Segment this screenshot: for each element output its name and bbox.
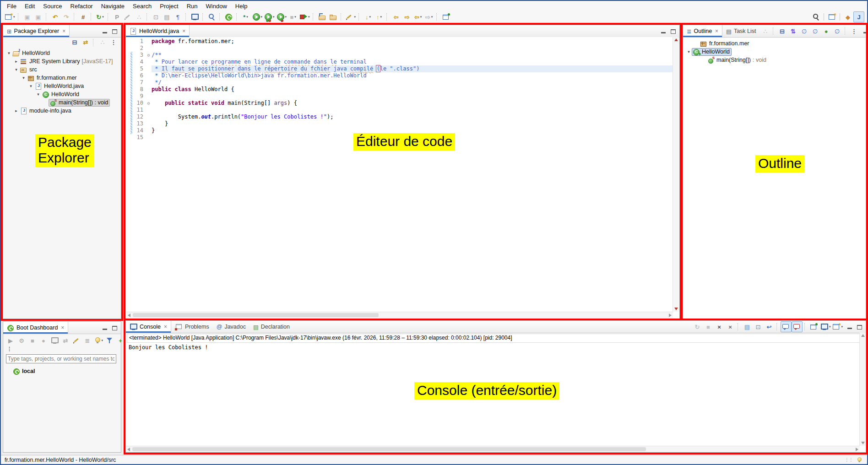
tab-console[interactable]: Console× — [126, 321, 171, 333]
boot-search-input[interactable] — [6, 354, 116, 363]
hide-local-types-icon[interactable]: ∅ — [832, 26, 843, 37]
fold-minus-icon[interactable]: ⊖ — [146, 100, 152, 107]
menu-window[interactable]: Window — [202, 2, 231, 11]
open-console-icon[interactable]: ▾ — [831, 321, 844, 332]
code-line[interactable]: 7 */ — [126, 79, 673, 86]
coverage-dots-icon[interactable]: ∴ — [134, 11, 145, 22]
tree-item[interactable]: fr.formation.mer — [683, 39, 866, 48]
expander-icon[interactable]: ▾ — [28, 84, 34, 88]
minimize-icon[interactable] — [103, 325, 108, 331]
scrollbar-thumb[interactable] — [133, 313, 379, 317]
scroll-up-icon[interactable] — [674, 38, 678, 41]
save-all-icon[interactable]: ▣ — [33, 11, 44, 22]
back-icon[interactable]: ⇦▾ — [412, 11, 423, 22]
expander-icon[interactable]: ▸ — [13, 108, 19, 113]
clear-console-icon[interactable]: ▤ — [742, 321, 753, 332]
scroll-left-icon[interactable] — [128, 314, 130, 317]
redo-icon[interactable]: ↷ — [61, 11, 72, 22]
filter-icon[interactable] — [104, 335, 115, 346]
open-file-icon[interactable] — [328, 11, 339, 22]
menu-source[interactable]: Source — [39, 2, 66, 11]
code-line[interactable]: 6 * D:\mer-Eclipse\HelloWorld\bin>java f… — [126, 72, 673, 79]
show-stderr-icon[interactable] — [792, 321, 803, 332]
view-menu-icon[interactable]: ⋮ — [849, 26, 860, 37]
spring-perspective-icon[interactable]: ◆ — [842, 11, 853, 22]
scroll-left-icon[interactable] — [127, 448, 130, 451]
dropdown-arrow-icon[interactable]: ▾ — [294, 15, 296, 19]
word-wrap-icon[interactable]: ↩ — [764, 321, 775, 332]
relaunch-icon[interactable]: ↻ — [692, 321, 703, 332]
close-icon[interactable]: × — [164, 324, 167, 330]
dropdown-arrow-icon[interactable]: ▾ — [354, 15, 356, 19]
tree-item[interactable]: ▾HelloWorld — [683, 48, 866, 56]
tab-declaration[interactable]: ▤Declaration — [250, 321, 293, 333]
properties-view-icon[interactable]: ▤ — [162, 11, 173, 22]
start-debug-icon[interactable]: ⚙ — [16, 335, 27, 346]
code-line[interactable]: 13 } — [126, 120, 673, 127]
expander-icon[interactable]: ▾ — [6, 51, 12, 55]
expander-icon[interactable]: ▾ — [13, 67, 19, 72]
dropdown-arrow-icon[interactable]: ▾ — [101, 339, 103, 342]
expander-icon[interactable]: ▸ — [13, 59, 19, 64]
minimize-icon[interactable] — [847, 324, 852, 330]
notification-bulb-icon[interactable] — [857, 457, 863, 463]
maximize-icon[interactable] — [857, 324, 862, 330]
tree-item[interactable]: ▾src — [3, 65, 121, 74]
open-console-icon[interactable] — [49, 335, 60, 346]
minimize-icon[interactable] — [103, 28, 108, 34]
hide-static-icon[interactable]: ∅ — [810, 26, 821, 37]
tab-boot-dashboard[interactable]: Boot Dashboard× — [3, 322, 68, 334]
tab-package-explorer[interactable]: ⊞Package Explorer× — [3, 25, 70, 37]
scroll-lock-icon[interactable]: ⊡ — [753, 321, 764, 332]
code-line[interactable]: 9 — [126, 93, 673, 100]
scroll-right-icon[interactable] — [856, 448, 858, 451]
close-icon[interactable]: × — [62, 28, 65, 34]
maximize-icon[interactable] — [671, 28, 676, 34]
menu-edit[interactable]: Edit — [21, 2, 39, 11]
show-whitespace-icon[interactable]: ¶ — [173, 11, 184, 22]
link-selection-icon[interactable]: ⇄ — [60, 335, 71, 346]
stop-icon[interactable]: ■ — [27, 335, 38, 346]
code-line[interactable]: 3⊖/** — [126, 52, 673, 59]
dropdown-arrow-icon[interactable]: ▾ — [369, 15, 371, 19]
collapse-all-icon[interactable]: ⊟ — [777, 26, 788, 37]
tree-item[interactable]: ▾HelloWorld — [3, 49, 121, 57]
open-perspective-icon[interactable] — [826, 11, 837, 22]
maximize-icon[interactable] — [112, 28, 117, 34]
save-icon[interactable]: ▣ — [22, 11, 33, 22]
search-icon[interactable] — [810, 11, 821, 22]
dropdown-arrow-icon[interactable]: ▾ — [829, 325, 831, 329]
menu-search[interactable]: Search — [129, 2, 156, 11]
code-line[interactable]: 1package fr.formation.mer; — [126, 38, 673, 45]
fold-minus-icon[interactable]: ⊖ — [146, 52, 152, 59]
focus-task-icon[interactable]: ∴ — [97, 37, 108, 48]
refresh-project-icon[interactable]: ↻▾ — [95, 11, 106, 22]
maximize-icon[interactable] — [112, 325, 117, 331]
code-line[interactable]: 5 * Il faut se positionner dans le réper… — [126, 65, 673, 72]
code-line[interactable]: 4 * Pour lancer ce programme en ligne de… — [126, 59, 673, 65]
menu-run[interactable]: Run — [183, 2, 202, 11]
last-edit-location-icon[interactable]: ⇦ — [391, 11, 401, 22]
hide-fields-icon[interactable]: ∅ — [799, 26, 810, 37]
tab-task-list[interactable]: ▤Task List — [722, 25, 760, 37]
profile-run-icon[interactable]: ▾ — [276, 11, 288, 22]
remove-all-launches-icon[interactable]: × — [725, 321, 736, 332]
scroll-down-icon[interactable] — [861, 442, 865, 444]
link-with-editor-icon[interactable]: ⇄ — [80, 37, 91, 48]
dropdown-arrow-icon[interactable]: ▾ — [841, 325, 843, 329]
dropdown-arrow-icon[interactable]: ▾ — [261, 15, 263, 19]
close-icon[interactable]: × — [61, 324, 64, 331]
dropdown-arrow-icon[interactable]: ▾ — [102, 15, 104, 19]
console-view-icon[interactable] — [190, 11, 201, 22]
previous-annotation-icon[interactable]: ↑▾ — [374, 11, 385, 22]
show-stdout-icon[interactable] — [781, 321, 792, 332]
remove-launch-icon[interactable]: × — [714, 321, 725, 332]
format-icon[interactable] — [123, 11, 134, 22]
tree-item[interactable]: ▾fr.formation.mer — [3, 74, 121, 82]
compare-icon[interactable]: ⊡ — [151, 11, 162, 22]
code-line[interactable]: 2 — [126, 45, 673, 52]
console-horizontal-scrollbar[interactable] — [126, 446, 860, 452]
pin-editor-icon[interactable] — [440, 11, 451, 22]
editor-body[interactable]: 1package fr.formation.mer;23⊖/**4 * Pour… — [126, 37, 679, 318]
console-vertical-scrollbar[interactable] — [859, 333, 866, 446]
